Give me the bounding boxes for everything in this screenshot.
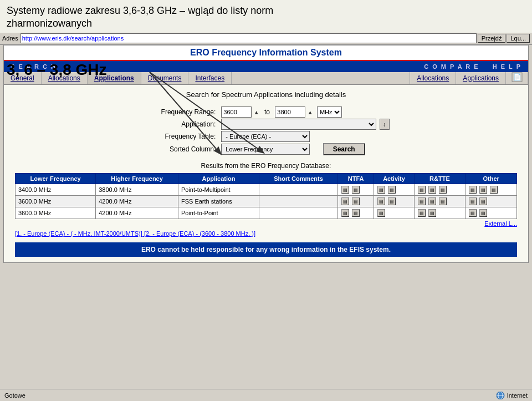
cell-ntfa: ▤ ▤: [337, 184, 374, 196]
col-activity: Activity: [374, 174, 414, 184]
cell-application: FSS Earth stations: [178, 196, 259, 207]
other-icon-2[interactable]: ▤: [479, 209, 487, 217]
cell-short-comments: [259, 196, 338, 207]
address-label: Adres: [2, 35, 18, 42]
cell-higher-freq: 3800.0 MHz: [96, 184, 178, 196]
sub-nav-documents[interactable]: Documents: [141, 72, 189, 84]
search-form-title: Search for Spectrum Applications includi…: [15, 90, 517, 99]
cell-short-comments: [259, 184, 338, 196]
presentation-title: Systemy radiowe zakresu 3,6-3,8 GHz – wg…: [0, 0, 532, 33]
rtte-icon-2[interactable]: ▤: [428, 197, 436, 205]
title-line2: zharmonizowanych: [7, 18, 92, 29]
cell-other: ▤ ▤ ▤: [466, 184, 517, 196]
footnote-link-2[interactable]: [2, - Europe (ECA) - (3600 - 3800 MHz, )…: [144, 230, 255, 237]
cell-lower-freq: 3600.0 MHz: [16, 207, 96, 219]
activity-icon-2[interactable]: ▤: [388, 197, 396, 205]
cell-other: ▤ ▤: [466, 196, 517, 207]
ntfa-icon-2[interactable]: ▤: [352, 209, 360, 217]
col-lower-freq: Lower Frequency: [16, 174, 96, 184]
col-short-comments: Short Comments: [259, 174, 338, 184]
sorted-col-select[interactable]: Lower Frequency Higher Frequency Applica…: [221, 144, 310, 155]
other-icon-2[interactable]: ▤: [479, 186, 487, 194]
results-title: Results from the ERO Frequency Database:: [15, 162, 517, 170]
sub-nav-compare-allocations[interactable]: Allocations: [410, 72, 456, 84]
cell-application: Point-to-Point: [178, 207, 259, 219]
browser-bar: Adres Przejdź Lqu...: [0, 33, 532, 45]
nav-compare-label: C O M P A R E: [417, 62, 486, 71]
activity-icon-2[interactable]: ▤: [388, 186, 396, 194]
status-bar: Gotowe Internet: [0, 389, 532, 401]
rtte-icon-2[interactable]: ▤: [428, 209, 436, 217]
rtte-icon-1[interactable]: ▤: [418, 209, 426, 217]
content-area: Search for Spectrum Applications includi…: [4, 85, 528, 263]
activity-icon-1[interactable]: ▤: [377, 209, 385, 217]
freq-from-input[interactable]: [221, 106, 252, 118]
activity-icon-1[interactable]: ▤: [377, 186, 385, 194]
freq-to-input[interactable]: [275, 106, 305, 118]
cell-lower-freq: 3600.0 MHz: [16, 196, 96, 207]
other-icon-1[interactable]: ▤: [469, 209, 477, 217]
freq-range-label: Frequency Range:: [142, 106, 220, 118]
freq-table-select[interactable]: - Europe (ECA) -: [221, 131, 310, 142]
ntfa-icon-1[interactable]: ▤: [341, 209, 349, 217]
footnote-links[interactable]: [1, - Europe (ECA) - ( - MHz, IMT-2000/U…: [15, 228, 517, 239]
application-select[interactable]: [221, 119, 376, 130]
sub-nav-compare-applications[interactable]: Applications: [456, 72, 506, 84]
rtte-icon-3[interactable]: ▤: [439, 197, 447, 205]
cell-other: ▤ ▤: [466, 207, 517, 219]
sorted-col-label: Sorted Column:: [142, 143, 220, 155]
ntfa-icon-2[interactable]: ▤: [352, 186, 360, 194]
activity-icon-1[interactable]: ▤: [377, 197, 385, 205]
other-icon-2[interactable]: ▤: [479, 197, 487, 205]
col-rtte: R&TTE: [414, 174, 466, 184]
rtte-icon-1[interactable]: ▤: [418, 186, 426, 194]
col-ntfa: NTFA: [337, 174, 374, 184]
freq-unit-select[interactable]: MHz GHz kHz: [317, 106, 342, 118]
globe-icon: [496, 391, 505, 400]
cell-higher-freq: 4200.0 MHz: [96, 207, 178, 219]
footnote-link-1[interactable]: [1, - Europe (ECA) - ( - MHz, IMT-2000/U…: [15, 230, 142, 237]
disclaimer-text: ERO cannot be held responsible for any w…: [15, 242, 517, 257]
col-higher-freq: Higher Frequency: [96, 174, 178, 184]
freq-table-label: Frequency Table:: [142, 131, 220, 142]
search-form: Frequency Range: ▲ to ▲ MHz GHz kHz: [141, 105, 390, 157]
log-button[interactable]: Lqu...: [507, 34, 530, 43]
nav-help-label: H E L P: [486, 62, 528, 71]
ero-header: ERO Frequency Information System: [4, 45, 528, 61]
cell-rtte: ▤ ▤ ▤: [414, 184, 466, 196]
table-row: 3600.0 MHz 4200.0 MHz FSS Earth stations…: [16, 196, 517, 207]
rtte-icon-2[interactable]: ▤: [428, 186, 436, 194]
cell-activity: ▤ ▤: [374, 196, 414, 207]
rtte-icon-3[interactable]: ▤: [439, 186, 447, 194]
to-label: to: [264, 108, 270, 116]
title-line1: Systemy radiowe zakresu 3,6-3,8 GHz – wg…: [7, 5, 273, 16]
app-sort-button[interactable]: ↕: [380, 119, 390, 130]
other-icon-1[interactable]: ▤: [469, 197, 477, 205]
cell-lower-freq: 3400.0 MHz: [16, 184, 96, 196]
search-button[interactable]: Search: [323, 143, 365, 155]
other-icon-1[interactable]: ▤: [469, 186, 477, 194]
ero-system-title: ERO Frequency Information System: [8, 48, 524, 58]
cell-rtte: ▤ ▤: [414, 207, 466, 219]
svg-text:📄: 📄: [513, 73, 521, 81]
external-link[interactable]: External L...: [15, 219, 517, 228]
ntfa-icon-2[interactable]: ▤: [352, 197, 360, 205]
cell-rtte: ▤ ▤ ▤: [414, 196, 466, 207]
status-text: Gotowe: [4, 392, 496, 399]
cell-short-comments: [259, 207, 338, 219]
rtte-icon-1[interactable]: ▤: [418, 197, 426, 205]
application-label: Application:: [142, 119, 220, 130]
ntfa-icon-1[interactable]: ▤: [341, 197, 349, 205]
sub-nav-interfaces[interactable]: Interfaces: [188, 72, 232, 84]
ntfa-icon-1[interactable]: ▤: [341, 186, 349, 194]
go-button[interactable]: Przejdź: [478, 34, 506, 43]
cell-ntfa: ▤ ▤: [337, 196, 374, 207]
address-input[interactable]: [21, 33, 477, 43]
internet-zone: Internet: [496, 391, 528, 400]
other-icon-3[interactable]: ▤: [490, 186, 498, 194]
col-application: Application: [178, 174, 259, 184]
cell-activity: ▤: [374, 207, 414, 219]
overlay-freq-label: 3, 6 – 3,8 GHz: [7, 61, 107, 79]
help-icon[interactable]: 📄: [511, 72, 523, 84]
zone-text: Internet: [507, 392, 528, 399]
